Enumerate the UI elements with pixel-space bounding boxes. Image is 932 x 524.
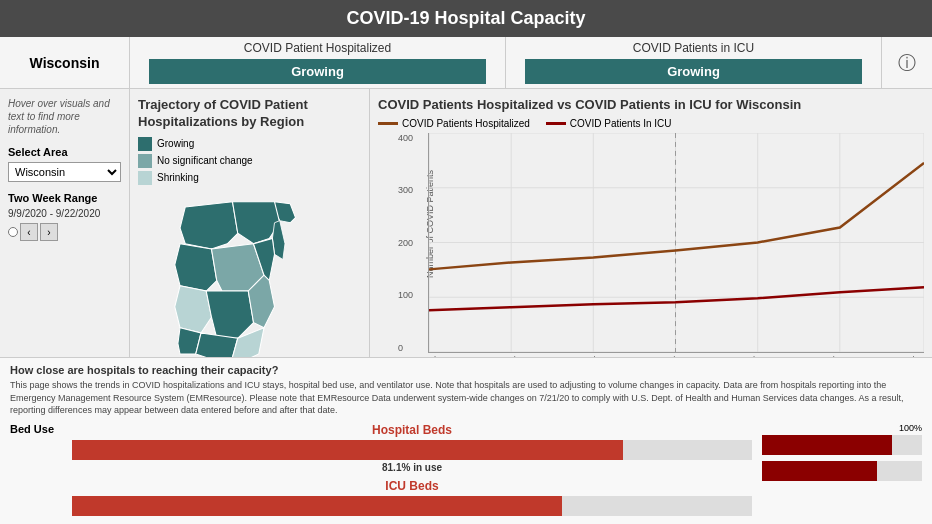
y-400: 400	[398, 133, 413, 143]
svg-marker-7	[175, 286, 212, 333]
pct-fill-icu	[762, 461, 877, 481]
hospital-bed-pct-label: 81.1% in use	[72, 462, 752, 473]
range-value: 9/9/2020 - 9/22/2020	[8, 208, 121, 219]
map-legend: Growing No significant change Shrinking	[138, 137, 361, 185]
area-select[interactable]: Wisconsin	[8, 162, 121, 182]
col1-title: COVID Patient Hospitalized	[244, 37, 391, 59]
dashboard: COVID-19 Hospital Capacity Wisconsin COV…	[0, 0, 932, 524]
pct-bar-icu-container	[762, 461, 922, 481]
x-910: 9/10	[428, 355, 446, 357]
icu-beds-title: ICU Beds	[72, 479, 752, 493]
icu-bed-bar	[72, 496, 562, 516]
hosp-line-icon	[378, 122, 398, 125]
range-radio[interactable]	[8, 227, 18, 237]
x-914: 9/14	[587, 355, 605, 357]
legend-growing: Growing	[138, 137, 361, 151]
percentage-bar-section: 100%	[762, 423, 922, 481]
hospital-beds-title: Hospital Beds	[72, 423, 752, 437]
x-axis-labels: 9/10 9/12 9/14 9/16 9/18 9/20 9/22	[428, 353, 924, 357]
map-panel: Trajectory of COVID Patient Hospitalizat…	[130, 89, 370, 357]
svg-marker-4	[175, 244, 217, 291]
col2-title: COVID Patients in ICU	[633, 37, 754, 59]
svg-marker-8	[206, 291, 253, 338]
y-axis-labels: 400 300 200 100 0	[398, 133, 413, 353]
y-300: 300	[398, 185, 413, 195]
hospital-bed-bar-container	[72, 440, 752, 460]
hosp-legend-label: COVID Patients Hospitalized	[402, 118, 530, 129]
hospitalized-col: COVID Patient Hospitalized Growing	[130, 37, 506, 88]
hosp-line	[429, 163, 924, 270]
col1-status-badge: Growing	[149, 59, 487, 84]
icu-line-icon	[546, 122, 566, 125]
range-label: Two Week Range	[8, 192, 121, 204]
icu-bed-bar-container	[72, 496, 752, 516]
icu-line	[429, 287, 924, 310]
bed-section: Bed Use Hospital Beds 81.1% in use ICU B…	[10, 423, 922, 518]
status-bar: Wisconsin COVID Patient Hospitalized Gro…	[0, 37, 932, 89]
page-title: COVID-19 Hospital Capacity	[346, 8, 585, 28]
bottom-section: How close are hospitals to reaching thei…	[0, 357, 932, 524]
legend-shrinking-label: Shrinking	[157, 172, 199, 183]
map-container[interactable]	[138, 191, 348, 357]
range-controls: ‹ ›	[8, 223, 121, 241]
svg-marker-1	[180, 202, 238, 249]
y-100: 100	[398, 290, 413, 300]
col2-status-badge: Growing	[525, 59, 863, 84]
chart-panel: COVID Patients Hospitalized vs COVID Pat…	[370, 89, 932, 357]
x-922: 9/22	[906, 355, 924, 357]
chart-area	[428, 133, 924, 353]
legend-no-change-label: No significant change	[157, 155, 253, 166]
pct-fill-hosp	[762, 435, 892, 455]
legend-shrinking-icon	[138, 171, 152, 185]
pct-bar-icu	[762, 461, 922, 481]
legend-icu: COVID Patients In ICU	[546, 118, 672, 129]
state-label: Wisconsin	[0, 37, 130, 88]
legend-shrinking: Shrinking	[138, 171, 361, 185]
page-header: COVID-19 Hospital Capacity	[0, 0, 932, 37]
area-label: Select Area	[8, 146, 121, 158]
bottom-description: This page shows the trends in COVID hosp…	[10, 379, 922, 417]
y-0: 0	[398, 343, 413, 353]
pct-100-label: 100%	[762, 423, 922, 433]
legend-no-change: No significant change	[138, 154, 361, 168]
x-920: 9/20	[827, 355, 845, 357]
hospital-beds-info: Hospital Beds 81.1% in use ICU Beds	[72, 423, 752, 518]
sidebar: Hover over visuals and text to find more…	[0, 89, 130, 357]
y-200: 200	[398, 238, 413, 248]
chart-svg	[429, 133, 924, 352]
range-next-btn[interactable]: ›	[40, 223, 58, 241]
hospital-bed-bar	[72, 440, 623, 460]
icu-legend-label: COVID Patients In ICU	[570, 118, 672, 129]
wisconsin-map[interactable]	[138, 191, 348, 357]
legend-hospitalized: COVID Patients Hospitalized	[378, 118, 530, 129]
chart-legend: COVID Patients Hospitalized COVID Patien…	[378, 118, 924, 129]
bottom-question: How close are hospitals to reaching thei…	[10, 364, 922, 376]
chart-title: COVID Patients Hospitalized vs COVID Pat…	[378, 97, 924, 114]
x-916: 9/16	[667, 355, 685, 357]
legend-no-change-icon	[138, 154, 152, 168]
main-content: Hover over visuals and text to find more…	[0, 89, 932, 357]
bed-use-label: Bed Use	[10, 423, 54, 435]
info-button[interactable]: ⓘ	[882, 37, 932, 88]
legend-growing-label: Growing	[157, 138, 194, 149]
pct-bar-hosp	[762, 435, 922, 455]
legend-growing-icon	[138, 137, 152, 151]
x-912: 9/12	[508, 355, 526, 357]
x-918: 9/18	[747, 355, 765, 357]
hover-hint: Hover over visuals and text to find more…	[8, 97, 121, 136]
map-title: Trajectory of COVID Patient Hospitalizat…	[138, 97, 361, 131]
range-prev-btn[interactable]: ‹	[20, 223, 38, 241]
chart-wrapper: Number of COVID Patients 400 300 200 100…	[428, 133, 924, 357]
icu-col: COVID Patients in ICU Growing	[506, 37, 882, 88]
